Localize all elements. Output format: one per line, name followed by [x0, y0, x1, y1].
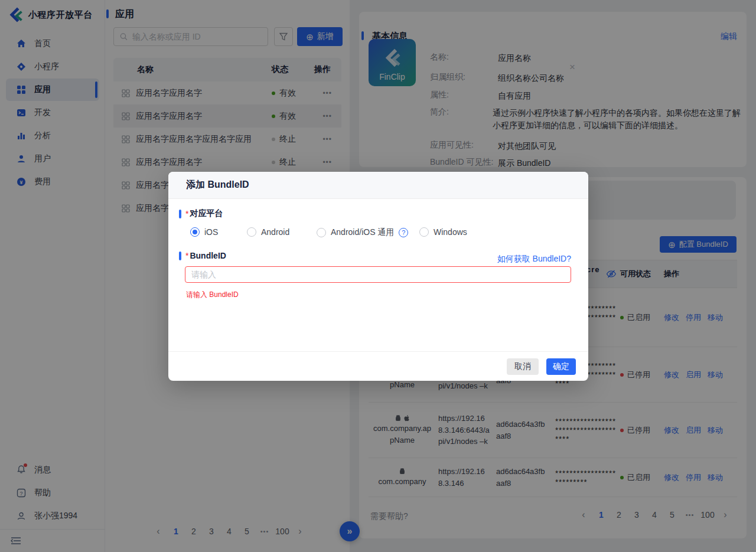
bundleid-input[interactable] [185, 266, 571, 283]
radio-windows[interactable]: Windows [419, 227, 467, 237]
radio-selected-icon[interactable] [190, 227, 200, 237]
radio-label: Android [261, 227, 289, 237]
how-to-get-bundleid-link[interactable]: 如何获取 BundleID? [497, 254, 571, 264]
radio-label: iOS [204, 227, 218, 237]
radio-universal[interactable]: Android/iOS 通用 ? [317, 227, 408, 238]
radio-icon[interactable] [317, 228, 326, 237]
bundleid-error-text: 请输入 BundleID [186, 290, 239, 300]
ok-button[interactable]: 确定 [546, 358, 576, 375]
label-marker [179, 251, 181, 260]
cancel-button[interactable]: 取消 [507, 358, 539, 375]
radio-label: Android/iOS 通用 [331, 227, 394, 238]
app-screen: 小程序开放平台 首页 小程序 应用 开发 分析 用户 ¥ 费用 [0, 0, 756, 552]
required-asterisk: * [185, 251, 188, 260]
question-circle-icon[interactable]: ? [399, 228, 408, 237]
add-bundleid-modal: 添加 BundleID * 对应平台 iOS Android Android/i… [168, 172, 588, 381]
radio-label: Windows [434, 227, 467, 237]
radio-android[interactable]: Android [247, 227, 289, 237]
modal-footer: 取消 确定 [168, 351, 588, 381]
radio-icon[interactable] [247, 227, 256, 237]
modal-title: 添加 BundleID [186, 179, 249, 191]
modal-header: 添加 BundleID [168, 172, 588, 199]
label-marker [179, 210, 181, 218]
required-asterisk: * [185, 209, 188, 218]
radio-ios[interactable]: iOS [190, 227, 218, 237]
bundleid-field-label: * BundleID [179, 251, 226, 260]
platform-field-label: * 对应平台 [179, 208, 223, 219]
radio-icon[interactable] [419, 227, 429, 237]
